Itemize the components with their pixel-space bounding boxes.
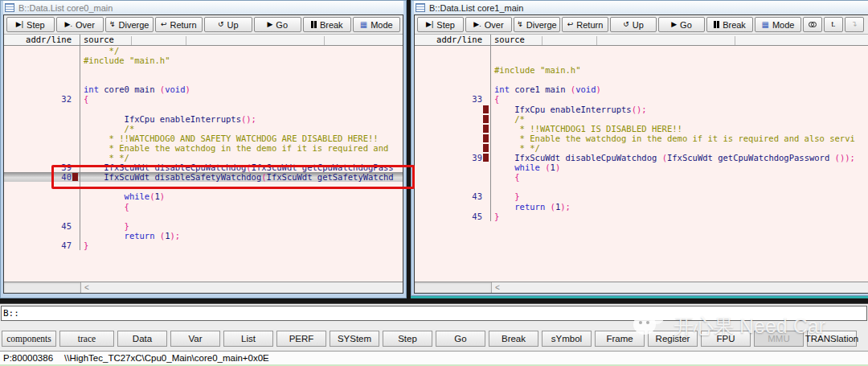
menu-button-var[interactable]: Var <box>170 331 220 347</box>
code-line[interactable]: * */ <box>4 153 403 162</box>
line-source: return (1); <box>80 231 403 241</box>
core1-diverge-button[interactable]: ↯Diverge <box>514 17 560 32</box>
code-line[interactable]: */ <box>4 46 403 56</box>
breakpoint-gutter <box>482 65 490 75</box>
menu-button-frame[interactable]: Frame <box>595 331 645 347</box>
code-line[interactable]: 39 IfxScuWdt_disableCpuWatchdog(IfxScuWd… <box>4 162 403 172</box>
code-line[interactable]: { <box>4 202 403 212</box>
core0-over-button[interactable]: ▶.Over <box>56 17 104 32</box>
menu-button-components[interactable]: components <box>2 331 56 347</box>
core0-up-button[interactable]: ↺Up <box>204 17 252 32</box>
menu-button-list[interactable]: List <box>223 331 273 347</box>
code-line[interactable]: 32{ <box>4 94 403 104</box>
scroll-left-arrow-icon[interactable]: < <box>81 284 89 292</box>
core0-step-button[interactable]: ▶|Step <box>6 17 55 32</box>
core1-up-button[interactable]: ↺Up <box>610 17 657 32</box>
code-line[interactable]: int core1_main (void) <box>415 84 868 94</box>
menu-button-symbol[interactable]: sYmbol <box>542 331 592 347</box>
line-source: #include "main.h" <box>80 56 403 65</box>
code-line[interactable] <box>415 46 868 56</box>
line-source: * !!WATCHDOG0 AND SAFETY WATCHDOG ARE DI… <box>80 134 403 143</box>
code-line[interactable]: * !!WATCHDOG0 AND SAFETY WATCHDOG ARE DI… <box>4 134 403 143</box>
code-line[interactable]: * !!WATCHDOG1 IS DISABLED HERE!! <box>415 124 868 134</box>
code-token: return <box>84 231 160 241</box>
window-titlebar[interactable]: B::Data.List core0_main <box>3 1 403 14</box>
scrollbar-track[interactable]: < <box>492 282 868 293</box>
code-line[interactable] <box>4 65 403 75</box>
code-line[interactable]: #include "main.h" <box>415 65 868 75</box>
line-number: 43 <box>415 191 482 201</box>
code-line[interactable]: while(1) <box>4 191 403 201</box>
menu-button-translation[interactable]: TRANSlation <box>807 331 857 347</box>
menu-button-mmu[interactable]: MMU <box>754 331 804 347</box>
core0-go-button[interactable]: ▶Go <box>254 17 302 32</box>
menu-button-trace[interactable]: trace <box>59 331 114 347</box>
menu-button-step[interactable]: Step <box>383 331 432 347</box>
code-line[interactable]: /* <box>4 124 403 134</box>
core1-find-glasses-button[interactable] <box>803 17 822 32</box>
code-line[interactable]: 40 IfxScuWdt_disableSafetyWatchdog(IfxSc… <box>4 172 403 182</box>
core0-break-button[interactable]: Break <box>303 17 351 32</box>
horizontal-scrollbar[interactable]: < <box>4 282 403 293</box>
window-title: B::Data.List core1_main <box>429 3 523 13</box>
core1-step-button[interactable]: ▶|Step <box>417 17 464 32</box>
breakpoint-gutter <box>482 75 490 84</box>
code-line[interactable]: * Enable the watchdog in the demo if it … <box>415 134 868 143</box>
code-line[interactable]: return (1); <box>415 202 868 212</box>
code-line[interactable]: 45} <box>415 212 868 221</box>
menu-button-system[interactable]: SYStem <box>330 331 379 347</box>
core1-go-button[interactable]: ▶Go <box>658 17 705 32</box>
code-line[interactable]: * */ <box>415 143 868 153</box>
menu-button-data[interactable]: Data <box>117 331 167 347</box>
code-line[interactable]: 47} <box>4 241 403 250</box>
command-input[interactable]: B:: <box>1 306 867 321</box>
scroll-left-arrow-icon[interactable]: < <box>492 284 500 292</box>
code-line[interactable] <box>4 212 403 221</box>
window-data-list-core1-main: B::Data.List core1_main▶|Step▶.Over↯Dive… <box>411 0 868 296</box>
menu-button-fpu[interactable]: FPU <box>701 331 751 347</box>
trace32-desktop: B::Data.List core0_main▶|Step▶.Over↯Dive… <box>0 0 868 366</box>
menu-button-perf[interactable]: PERF <box>276 331 326 347</box>
core0-mode-button[interactable]: ▦Mode <box>353 17 401 32</box>
code-line[interactable]: { <box>415 172 868 182</box>
horizontal-scrollbar[interactable]: < <box>415 282 868 293</box>
core1-follow-pc-button[interactable]: ↴ <box>845 17 864 32</box>
code-line[interactable]: return (1); <box>4 231 403 241</box>
code-line[interactable]: 33{ <box>415 94 868 104</box>
code-line[interactable]: IfxCpu_enableInterrupts(); <box>4 114 403 124</box>
scrollbar-track[interactable]: < <box>81 282 403 293</box>
code-line[interactable]: #include "main.h" <box>4 56 403 65</box>
core1-mode-button[interactable]: ▦Mode <box>755 17 801 32</box>
code-line[interactable]: 39 IfxScuWdt_disableCpuWatchdog (IfxScuW… <box>415 153 868 162</box>
code-line[interactable] <box>4 75 403 84</box>
window-toolbar: ▶|Step▶.Over↯Diverge↩Return↺Up▶GoBreak▦M… <box>415 15 868 35</box>
code-line[interactable]: 45 } <box>4 221 403 231</box>
column-divider <box>542 36 542 45</box>
core1-over-button[interactable]: ▶.Over <box>465 17 512 32</box>
breakpoint-gutter <box>482 56 490 65</box>
menu-button-register[interactable]: Register <box>648 331 698 347</box>
line-number: 33 <box>415 94 482 104</box>
code-line[interactable] <box>415 182 868 191</box>
code-line[interactable]: 43 } <box>415 191 868 201</box>
code-line[interactable] <box>415 56 868 65</box>
breakpoint-mark <box>483 144 489 152</box>
code-line[interactable]: /* <box>415 114 868 124</box>
code-line[interactable]: int core0_main (void) <box>4 84 403 94</box>
code-line[interactable]: while (1) <box>415 162 868 172</box>
code-line[interactable]: IfxCpu_enableInterrupts(); <box>415 105 868 114</box>
code-line[interactable] <box>415 75 868 84</box>
core0-diverge-button[interactable]: ↯Diverge <box>105 17 154 32</box>
core0-return-button[interactable]: ↩Return <box>155 17 203 32</box>
menu-button-break[interactable]: Break <box>489 331 538 347</box>
core1-break-button[interactable]: Break <box>706 17 753 32</box>
code-line[interactable] <box>4 182 403 191</box>
code-line[interactable]: * Enable the watchdog in the demo if it … <box>4 143 403 153</box>
code-line[interactable] <box>4 105 403 114</box>
window-titlebar[interactable]: B::Data.List core1_main <box>414 1 868 14</box>
menu-button-go[interactable]: Go <box>436 331 485 347</box>
core1-goto-top-button[interactable]: t. <box>824 17 843 32</box>
code-token: ); <box>170 231 180 241</box>
core1-return-button[interactable]: ↩Return <box>562 17 608 32</box>
line-number <box>4 124 72 134</box>
